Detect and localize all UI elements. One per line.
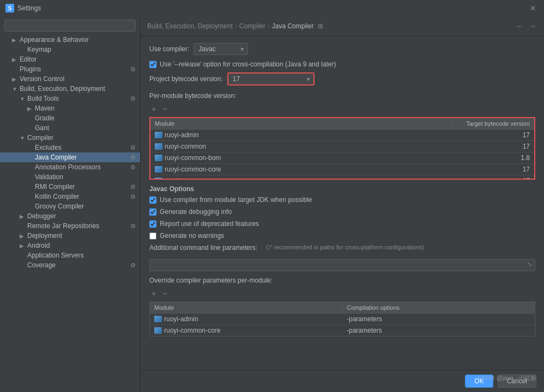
- sidebar-item-validation[interactable]: Validation: [0, 172, 140, 182]
- ok-button[interactable]: OK: [465, 375, 493, 388]
- table-row[interactable]: ruoyi-common 17: [150, 141, 534, 152]
- table-row[interactable]: ruoyi-common-... 17: [150, 175, 534, 179]
- forward-button[interactable]: →: [528, 21, 537, 32]
- breadcrumb-part3: Java Compiler: [272, 22, 314, 30]
- module-cell: ruoyi-common-...: [150, 175, 452, 179]
- module-cell: ruoyi-admin: [150, 130, 452, 140]
- sidebar: 🔍 ▶ Appearance & Behavior Keymap ▶ Edito…: [0, 16, 141, 392]
- sidebar-item-keymap[interactable]: Keymap: [0, 45, 140, 54]
- sidebar-item-annotation-processors[interactable]: Annotation Processors ⚙: [0, 162, 140, 172]
- settings-window: S Settings ✕ 🔍 ▶ Appearance & Behavior K…: [0, 0, 544, 392]
- module-icon: [155, 166, 162, 173]
- module-icon: [155, 177, 162, 179]
- sidebar-item-deployment[interactable]: ▶ Deployment: [0, 231, 140, 241]
- remove-override-button[interactable]: −: [160, 289, 169, 298]
- sidebar-item-label: Plugins: [20, 65, 128, 73]
- breadcrumb: Build, Execution, Deployment › Compiler …: [147, 22, 323, 30]
- sidebar-item-label: Debugger: [27, 212, 136, 220]
- javac-option-checkbox-2[interactable]: [149, 220, 156, 228]
- sidebar-item-label: Annotation Processors: [35, 163, 128, 171]
- arrow-icon: ▶: [20, 233, 27, 239]
- breadcrumb-icon: ⊞: [318, 22, 323, 30]
- remove-module-button[interactable]: −: [160, 104, 169, 114]
- table-row[interactable]: ruoyi-admin 17: [150, 130, 534, 141]
- sidebar-item-plugins[interactable]: Plugins ⚙: [0, 64, 140, 74]
- sidebar-item-editor[interactable]: ▶ Editor: [0, 54, 140, 64]
- breadcrumb-sep2: ›: [268, 22, 270, 30]
- override-table-header: Module Compilation options: [150, 302, 535, 314]
- additional-params-input-wrapper: ⤡: [149, 257, 535, 271]
- sidebar-item-gradle[interactable]: Gradle: [0, 113, 140, 123]
- sidebar-item-label: Version Control: [20, 75, 136, 83]
- gear-icon: ⚙: [130, 223, 136, 230]
- sidebar-item-maven[interactable]: ▶ Maven: [0, 103, 140, 113]
- arrow-icon: ▶: [20, 243, 27, 249]
- table-row[interactable]: ruoyi-common-core 17: [150, 164, 534, 175]
- close-button[interactable]: ✕: [528, 3, 539, 14]
- panel-body: Use compiler: Javac Eclipse Ajc ▼ Use '-…: [141, 36, 544, 370]
- javac-options-title: Javac Options: [149, 185, 535, 193]
- sidebar-item-kotlin-compiler[interactable]: Kotlin Compiler ⚙: [0, 192, 140, 201]
- sidebar-item-application-servers[interactable]: Application Servers: [0, 250, 140, 260]
- per-module-table: Module Target bytecode version ruoyi-adm…: [149, 117, 535, 180]
- module-cell2: ruoyi-common-core: [150, 325, 342, 336]
- search-wrapper: 🔍: [4, 20, 136, 32]
- sidebar-item-android[interactable]: ▶ Android: [0, 241, 140, 250]
- table-row[interactable]: ruoyi-admin -parameters: [150, 314, 535, 325]
- expand-icon[interactable]: ⤡: [527, 261, 532, 268]
- sidebar-item-compiler[interactable]: ▼ Compiler: [0, 133, 140, 143]
- javac-option-row-0: Use compiler from module target JDK when…: [149, 196, 535, 204]
- override-params-title: Override compiler parameters per-module:: [149, 277, 535, 284]
- sidebar-item-build-execution[interactable]: ▼ Build, Execution, Deployment: [0, 84, 140, 94]
- additional-params-row: Additional command line parameters: ('/'…: [149, 244, 535, 252]
- additional-params-input[interactable]: [149, 259, 535, 271]
- sidebar-item-label: Validation: [35, 173, 136, 181]
- sidebar-item-coverage[interactable]: Coverage ⚙: [0, 260, 140, 270]
- gear-icon: ⚙: [130, 144, 136, 151]
- breadcrumb-bar: Build, Execution, Deployment › Compiler …: [141, 16, 544, 36]
- sidebar-item-label: Build, Execution, Deployment: [20, 85, 136, 93]
- release-option-checkbox[interactable]: [149, 61, 156, 68]
- javac-option-checkbox-1[interactable]: [149, 209, 156, 216]
- sidebar-item-label: Application Servers: [27, 252, 136, 259]
- bytecode-version-select[interactable]: 17 11 8: [227, 72, 315, 85]
- arrow-icon: ▶: [12, 57, 20, 63]
- sidebar-item-build-tools[interactable]: ▼ Build Tools ⚙: [0, 94, 140, 103]
- javac-option-checkbox-3[interactable]: [149, 232, 156, 240]
- compiler-select[interactable]: Javac Eclipse Ajc: [194, 43, 248, 55]
- module-cell2: ruoyi-admin: [150, 314, 342, 324]
- table-row[interactable]: ruoyi-common-core -parameters: [150, 325, 535, 336]
- app-icon: S: [5, 4, 14, 13]
- override-table-body: ruoyi-admin -parameters ruoyi-common-cor…: [150, 314, 535, 336]
- sidebar-item-label: Appearance & Behavior: [20, 36, 136, 44]
- sidebar-item-version-control[interactable]: ▶ Version Control: [0, 74, 140, 84]
- table-row[interactable]: ruoyi-common-bom 1.8: [150, 152, 534, 164]
- sidebar-item-appearance[interactable]: ▶ Appearance & Behavior: [0, 35, 140, 45]
- sidebar-item-label: Groovy Compiler: [35, 203, 136, 210]
- search-input[interactable]: [4, 20, 136, 32]
- gear-icon: ⚙: [130, 262, 136, 269]
- arrow-icon: ▼: [20, 96, 27, 102]
- sidebar-item-gant[interactable]: Gant: [0, 123, 140, 133]
- sidebar-item-java-compiler[interactable]: Java Compiler ⚙: [0, 152, 140, 162]
- sidebar-item-debugger[interactable]: ▶ Debugger: [0, 211, 140, 221]
- cancel-button[interactable]: Cancel: [498, 375, 536, 388]
- add-module-button[interactable]: +: [149, 104, 158, 114]
- sidebar-item-rmi-compiler[interactable]: RMI Compiler ⚙: [0, 182, 140, 192]
- javac-option-checkbox-0[interactable]: [149, 197, 156, 204]
- sidebar-item-groovy-compiler[interactable]: Groovy Compiler: [0, 201, 140, 211]
- module-name: ruoyi-admin: [165, 131, 199, 139]
- arrow-icon: ▼: [12, 86, 20, 92]
- compiler-select-wrapper: Javac Eclipse Ajc ▼: [194, 43, 248, 55]
- javac-option-label-0: Use compiler from module target JDK when…: [160, 196, 312, 204]
- module-icon: [155, 155, 162, 161]
- version-cell: 17: [452, 175, 534, 179]
- back-button[interactable]: ←: [515, 21, 524, 32]
- version-select-wrapper: 17 11 8 ▼: [227, 72, 315, 85]
- sidebar-item-label: Excludes: [35, 144, 128, 151]
- add-override-button[interactable]: +: [149, 289, 158, 298]
- sidebar-item-label: Deployment: [27, 232, 136, 240]
- sidebar-item-excludes[interactable]: Excludes ⚙: [0, 143, 140, 152]
- sidebar-item-remote-jar[interactable]: Remote Jar Repositories ⚙: [0, 221, 140, 231]
- sidebar-item-label: RMI Compiler: [35, 183, 128, 191]
